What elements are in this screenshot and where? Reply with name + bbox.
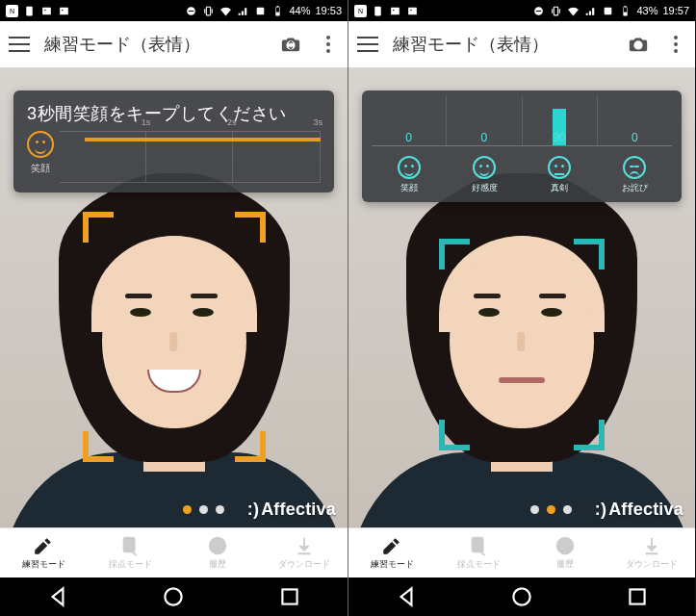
svg-rect-8 xyxy=(257,7,265,14)
serious-face-icon xyxy=(548,156,571,179)
svg-rect-15 xyxy=(282,589,296,603)
metric-value: 0 xyxy=(481,131,488,144)
nav-recent-button[interactable] xyxy=(625,584,650,609)
smile-icon xyxy=(27,131,54,158)
battery-icon xyxy=(271,5,284,17)
battery-icon xyxy=(619,5,632,17)
svg-rect-3 xyxy=(60,7,68,14)
wifi-icon xyxy=(567,5,580,17)
metric-label: 好感度 xyxy=(472,182,498,194)
svg-point-14 xyxy=(166,588,182,604)
svg-rect-24 xyxy=(605,7,612,14)
svg-point-30 xyxy=(513,588,529,604)
sd-icon xyxy=(372,5,384,17)
phone-left: N 44% 19:53 練習モード（表情） xyxy=(0,0,348,616)
tab-scoring[interactable]: 採点モード xyxy=(435,528,522,578)
bottom-tab-bar: 練習モード 採点モード 履歴 ダウンロード xyxy=(348,527,695,578)
page-title: 練習モード（表情） xyxy=(393,33,614,56)
app-bar: 練習モード（表情） xyxy=(0,21,348,67)
camera-viewport: 0 0 90 0 笑顔 好感度 真剣 お詫び :)Affe xyxy=(348,67,695,527)
svg-rect-22 xyxy=(536,10,541,11)
page-dot[interactable] xyxy=(547,505,555,514)
page-dot[interactable] xyxy=(530,505,539,514)
app-icon: N xyxy=(6,5,18,17)
nav-home-button[interactable] xyxy=(509,584,534,609)
sd-icon xyxy=(23,5,36,17)
tab-label: 履歴 xyxy=(209,558,226,571)
svg-rect-10 xyxy=(277,6,279,7)
image-icon xyxy=(58,5,70,17)
nav-recent-button[interactable] xyxy=(277,584,302,609)
tick-label: 1s xyxy=(142,117,151,127)
image-icon xyxy=(406,5,419,17)
battery-percent: 43% xyxy=(636,5,657,16)
tick-label: 3s xyxy=(314,117,323,127)
tick-label: 2s xyxy=(227,117,237,127)
menu-button[interactable] xyxy=(6,31,33,58)
overflow-menu-button[interactable] xyxy=(662,36,689,53)
signal-icon xyxy=(237,5,249,17)
tab-download[interactable]: ダウンロード xyxy=(261,528,348,578)
svg-rect-7 xyxy=(207,7,211,15)
tab-label: 履歴 xyxy=(556,558,574,571)
metric-label: 笑顔 xyxy=(400,182,418,194)
tab-label: ダウンロード xyxy=(278,558,330,571)
smile-label: 笑顔 xyxy=(31,162,50,175)
phone-right: N 43% 19:57 練習モード（表情） xyxy=(348,0,695,616)
nav-home-button[interactable] xyxy=(161,584,186,609)
vibrate-icon xyxy=(202,5,215,17)
tab-scoring[interactable]: 採点モード xyxy=(87,528,173,578)
page-dot[interactable] xyxy=(183,505,192,514)
svg-point-20 xyxy=(410,9,412,11)
svg-rect-0 xyxy=(26,6,33,15)
page-dot[interactable] xyxy=(216,505,224,514)
tab-label: 練習モード xyxy=(22,558,65,571)
menu-button[interactable] xyxy=(354,31,381,58)
signal-icon xyxy=(584,5,597,17)
nav-back-button[interactable] xyxy=(45,584,70,609)
like-face-icon xyxy=(473,156,496,179)
metric-label: 真剣 xyxy=(551,182,568,194)
svg-rect-31 xyxy=(630,589,644,603)
app-bar: 練習モード（表情） xyxy=(348,21,695,67)
android-nav-bar xyxy=(348,578,695,616)
tab-history[interactable]: 履歴 xyxy=(174,528,261,578)
vibrate-icon xyxy=(550,5,562,17)
clock: 19:53 xyxy=(315,5,342,16)
nfc-icon xyxy=(602,5,614,17)
status-bar: N 43% 19:57 xyxy=(348,0,695,21)
page-dot[interactable] xyxy=(199,505,208,514)
image-icon xyxy=(389,5,401,17)
nav-back-button[interactable] xyxy=(394,584,419,609)
tab-history[interactable]: 履歴 xyxy=(522,528,608,578)
image-icon xyxy=(40,5,53,17)
camera-switch-button[interactable] xyxy=(274,28,307,61)
metric-value: 0 xyxy=(405,131,412,144)
camera-switch-button[interactable] xyxy=(622,28,655,61)
apology-face-icon xyxy=(623,156,646,179)
page-dot[interactable] xyxy=(563,505,572,514)
smile-face-icon xyxy=(398,156,421,179)
tab-download[interactable]: ダウンロード xyxy=(608,528,695,578)
svg-rect-26 xyxy=(625,6,627,7)
tab-label: 採点モード xyxy=(109,558,152,571)
dnd-icon xyxy=(532,5,545,17)
face-bracket xyxy=(83,212,266,462)
wifi-icon xyxy=(219,5,232,17)
svg-point-18 xyxy=(393,9,395,11)
overflow-menu-button[interactable] xyxy=(315,36,342,53)
metric-value: 90 xyxy=(553,131,565,144)
tab-practice[interactable]: 練習モード xyxy=(348,528,435,578)
instruction-overlay: 3秒間笑顔をキープしてください 笑顔 1s 2s 3s xyxy=(13,90,334,192)
svg-rect-12 xyxy=(124,538,135,552)
page-indicator-row: :)Affectiva xyxy=(0,500,348,520)
tab-label: 採点モード xyxy=(457,558,501,571)
tab-label: ダウンロード xyxy=(626,558,678,571)
brand-label: :)Affectiva xyxy=(247,500,336,520)
svg-rect-17 xyxy=(391,7,400,14)
page-dots[interactable] xyxy=(530,505,572,514)
tab-practice[interactable]: 練習モード xyxy=(0,528,87,578)
page-dots[interactable] xyxy=(183,505,224,514)
clock: 19:57 xyxy=(662,5,689,16)
instruction-text: 3秒間笑顔をキープしてください xyxy=(27,102,321,125)
